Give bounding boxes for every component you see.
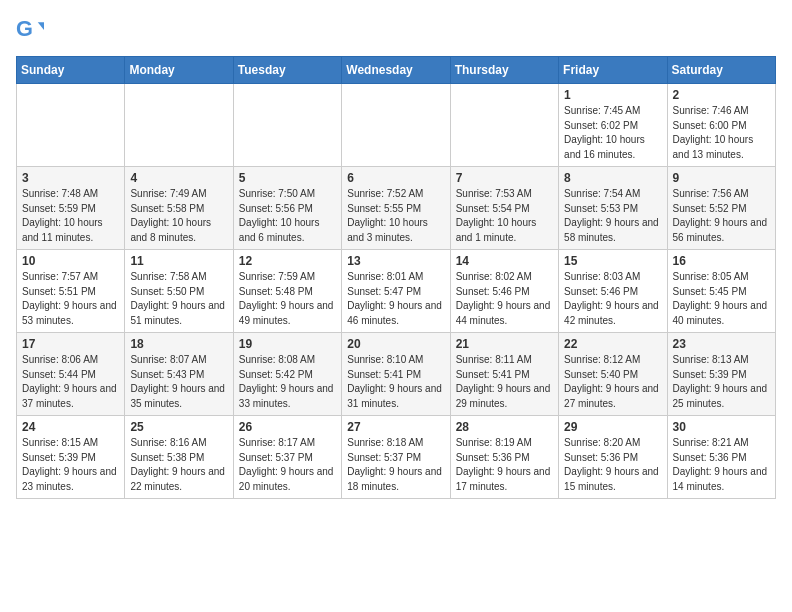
- day-info: Sunrise: 8:08 AMSunset: 5:42 PMDaylight:…: [239, 353, 336, 411]
- calendar-cell: 12Sunrise: 7:59 AMSunset: 5:48 PMDayligh…: [233, 250, 341, 333]
- day-info: Sunrise: 8:03 AMSunset: 5:46 PMDaylight:…: [564, 270, 661, 328]
- day-info: Sunrise: 7:56 AMSunset: 5:52 PMDaylight:…: [673, 187, 770, 245]
- day-number: 1: [564, 88, 661, 102]
- day-info: Sunrise: 8:06 AMSunset: 5:44 PMDaylight:…: [22, 353, 119, 411]
- day-number: 11: [130, 254, 227, 268]
- day-number: 4: [130, 171, 227, 185]
- day-info: Sunrise: 8:10 AMSunset: 5:41 PMDaylight:…: [347, 353, 444, 411]
- calendar-cell: 7Sunrise: 7:53 AMSunset: 5:54 PMDaylight…: [450, 167, 558, 250]
- calendar-cell: 17Sunrise: 8:06 AMSunset: 5:44 PMDayligh…: [17, 333, 125, 416]
- calendar-cell: 28Sunrise: 8:19 AMSunset: 5:36 PMDayligh…: [450, 416, 558, 499]
- day-info: Sunrise: 8:02 AMSunset: 5:46 PMDaylight:…: [456, 270, 553, 328]
- day-number: 21: [456, 337, 553, 351]
- calendar-cell: 23Sunrise: 8:13 AMSunset: 5:39 PMDayligh…: [667, 333, 775, 416]
- day-info: Sunrise: 8:07 AMSunset: 5:43 PMDaylight:…: [130, 353, 227, 411]
- day-number: 8: [564, 171, 661, 185]
- header-saturday: Saturday: [667, 57, 775, 84]
- calendar-cell: 30Sunrise: 8:21 AMSunset: 5:36 PMDayligh…: [667, 416, 775, 499]
- calendar-cell: 21Sunrise: 8:11 AMSunset: 5:41 PMDayligh…: [450, 333, 558, 416]
- calendar-cell: 26Sunrise: 8:17 AMSunset: 5:37 PMDayligh…: [233, 416, 341, 499]
- svg-marker-1: [38, 22, 44, 30]
- day-info: Sunrise: 8:15 AMSunset: 5:39 PMDaylight:…: [22, 436, 119, 494]
- day-info: Sunrise: 7:50 AMSunset: 5:56 PMDaylight:…: [239, 187, 336, 245]
- header-sunday: Sunday: [17, 57, 125, 84]
- day-info: Sunrise: 8:17 AMSunset: 5:37 PMDaylight:…: [239, 436, 336, 494]
- logo-icon: G: [16, 16, 44, 44]
- calendar-week-3: 10Sunrise: 7:57 AMSunset: 5:51 PMDayligh…: [17, 250, 776, 333]
- day-info: Sunrise: 7:45 AMSunset: 6:02 PMDaylight:…: [564, 104, 661, 162]
- day-info: Sunrise: 8:19 AMSunset: 5:36 PMDaylight:…: [456, 436, 553, 494]
- day-info: Sunrise: 7:49 AMSunset: 5:58 PMDaylight:…: [130, 187, 227, 245]
- day-info: Sunrise: 7:52 AMSunset: 5:55 PMDaylight:…: [347, 187, 444, 245]
- header-friday: Friday: [559, 57, 667, 84]
- day-number: 9: [673, 171, 770, 185]
- logo: G: [16, 16, 48, 44]
- day-number: 23: [673, 337, 770, 351]
- calendar-cell: 18Sunrise: 8:07 AMSunset: 5:43 PMDayligh…: [125, 333, 233, 416]
- day-info: Sunrise: 7:57 AMSunset: 5:51 PMDaylight:…: [22, 270, 119, 328]
- day-info: Sunrise: 8:16 AMSunset: 5:38 PMDaylight:…: [130, 436, 227, 494]
- day-number: 15: [564, 254, 661, 268]
- header-monday: Monday: [125, 57, 233, 84]
- day-number: 20: [347, 337, 444, 351]
- day-info: Sunrise: 8:12 AMSunset: 5:40 PMDaylight:…: [564, 353, 661, 411]
- day-number: 25: [130, 420, 227, 434]
- calendar-cell: [17, 84, 125, 167]
- calendar-cell: 5Sunrise: 7:50 AMSunset: 5:56 PMDaylight…: [233, 167, 341, 250]
- calendar-cell: 3Sunrise: 7:48 AMSunset: 5:59 PMDaylight…: [17, 167, 125, 250]
- day-number: 18: [130, 337, 227, 351]
- day-number: 24: [22, 420, 119, 434]
- day-info: Sunrise: 8:13 AMSunset: 5:39 PMDaylight:…: [673, 353, 770, 411]
- calendar-cell: [125, 84, 233, 167]
- calendar-cell: 9Sunrise: 7:56 AMSunset: 5:52 PMDaylight…: [667, 167, 775, 250]
- calendar-cell: 6Sunrise: 7:52 AMSunset: 5:55 PMDaylight…: [342, 167, 450, 250]
- day-number: 10: [22, 254, 119, 268]
- day-number: 30: [673, 420, 770, 434]
- day-info: Sunrise: 8:01 AMSunset: 5:47 PMDaylight:…: [347, 270, 444, 328]
- calendar-cell: 2Sunrise: 7:46 AMSunset: 6:00 PMDaylight…: [667, 84, 775, 167]
- calendar-cell: 19Sunrise: 8:08 AMSunset: 5:42 PMDayligh…: [233, 333, 341, 416]
- day-number: 17: [22, 337, 119, 351]
- day-number: 26: [239, 420, 336, 434]
- day-info: Sunrise: 8:11 AMSunset: 5:41 PMDaylight:…: [456, 353, 553, 411]
- header-tuesday: Tuesday: [233, 57, 341, 84]
- day-info: Sunrise: 7:59 AMSunset: 5:48 PMDaylight:…: [239, 270, 336, 328]
- calendar-week-2: 3Sunrise: 7:48 AMSunset: 5:59 PMDaylight…: [17, 167, 776, 250]
- day-info: Sunrise: 8:20 AMSunset: 5:36 PMDaylight:…: [564, 436, 661, 494]
- calendar-week-4: 17Sunrise: 8:06 AMSunset: 5:44 PMDayligh…: [17, 333, 776, 416]
- day-number: 12: [239, 254, 336, 268]
- day-info: Sunrise: 7:54 AMSunset: 5:53 PMDaylight:…: [564, 187, 661, 245]
- day-number: 27: [347, 420, 444, 434]
- calendar-cell: 22Sunrise: 8:12 AMSunset: 5:40 PMDayligh…: [559, 333, 667, 416]
- calendar-header-row: SundayMondayTuesdayWednesdayThursdayFrid…: [17, 57, 776, 84]
- day-info: Sunrise: 7:58 AMSunset: 5:50 PMDaylight:…: [130, 270, 227, 328]
- calendar-week-5: 24Sunrise: 8:15 AMSunset: 5:39 PMDayligh…: [17, 416, 776, 499]
- calendar-cell: 4Sunrise: 7:49 AMSunset: 5:58 PMDaylight…: [125, 167, 233, 250]
- page-header: G: [16, 16, 776, 44]
- day-info: Sunrise: 8:21 AMSunset: 5:36 PMDaylight:…: [673, 436, 770, 494]
- calendar-cell: [450, 84, 558, 167]
- day-info: Sunrise: 7:46 AMSunset: 6:00 PMDaylight:…: [673, 104, 770, 162]
- calendar-cell: 14Sunrise: 8:02 AMSunset: 5:46 PMDayligh…: [450, 250, 558, 333]
- day-info: Sunrise: 8:18 AMSunset: 5:37 PMDaylight:…: [347, 436, 444, 494]
- calendar-cell: 10Sunrise: 7:57 AMSunset: 5:51 PMDayligh…: [17, 250, 125, 333]
- calendar-cell: 27Sunrise: 8:18 AMSunset: 5:37 PMDayligh…: [342, 416, 450, 499]
- calendar-cell: 24Sunrise: 8:15 AMSunset: 5:39 PMDayligh…: [17, 416, 125, 499]
- calendar-week-1: 1Sunrise: 7:45 AMSunset: 6:02 PMDaylight…: [17, 84, 776, 167]
- calendar-cell: 20Sunrise: 8:10 AMSunset: 5:41 PMDayligh…: [342, 333, 450, 416]
- calendar-cell: 25Sunrise: 8:16 AMSunset: 5:38 PMDayligh…: [125, 416, 233, 499]
- day-number: 29: [564, 420, 661, 434]
- day-number: 19: [239, 337, 336, 351]
- day-info: Sunrise: 8:05 AMSunset: 5:45 PMDaylight:…: [673, 270, 770, 328]
- day-info: Sunrise: 7:53 AMSunset: 5:54 PMDaylight:…: [456, 187, 553, 245]
- header-wednesday: Wednesday: [342, 57, 450, 84]
- calendar-cell: 8Sunrise: 7:54 AMSunset: 5:53 PMDaylight…: [559, 167, 667, 250]
- day-info: Sunrise: 7:48 AMSunset: 5:59 PMDaylight:…: [22, 187, 119, 245]
- day-number: 7: [456, 171, 553, 185]
- calendar-cell: 13Sunrise: 8:01 AMSunset: 5:47 PMDayligh…: [342, 250, 450, 333]
- day-number: 16: [673, 254, 770, 268]
- header-thursday: Thursday: [450, 57, 558, 84]
- calendar-cell: 15Sunrise: 8:03 AMSunset: 5:46 PMDayligh…: [559, 250, 667, 333]
- svg-text:G: G: [16, 16, 33, 41]
- calendar-cell: [342, 84, 450, 167]
